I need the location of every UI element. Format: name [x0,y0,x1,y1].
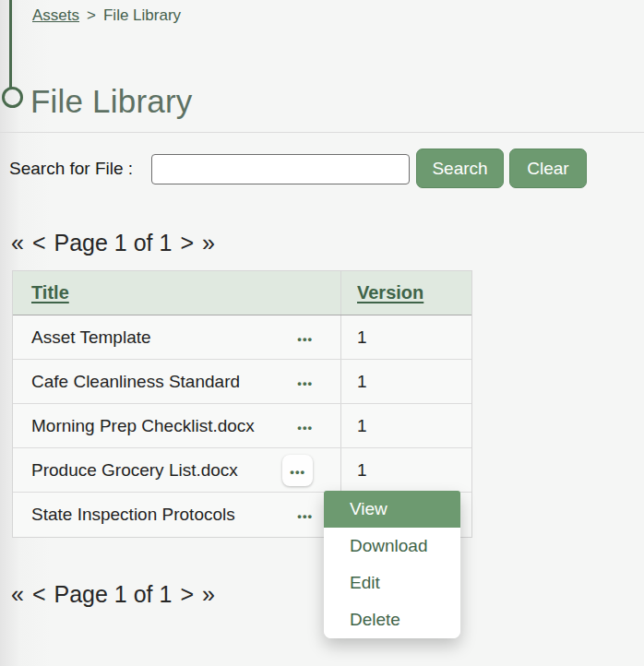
row-menu-icon: ••• [297,509,313,523]
file-title: Morning Prep Checklist.docx [31,416,255,436]
row-menu-icon: ••• [297,421,313,434]
file-library-page: Assets > File Library File Library Searc… [0,0,644,666]
clear-button[interactable]: Clear [509,149,587,188]
pagination-top: « < Page 1 of 1 > » [11,230,215,256]
search-button[interactable]: Search [416,149,504,188]
table-row: Morning Prep Checklist.docx ••• 1 [13,404,471,448]
context-menu-item-delete[interactable]: Delete [324,601,460,638]
breadcrumb-separator: > [87,6,96,25]
version-cell: 1 [341,404,471,447]
table-row: Produce Grocery List.docx ••• 1 [13,448,471,493]
file-title: Produce Grocery List.docx [31,460,238,481]
file-title: Asset Template [31,327,151,348]
file-title-cell: Asset Template ••• [13,315,341,359]
table-row: Cafe Cleanliness Standard ••• 1 [13,360,471,404]
context-menu: View Download Edit Delete [324,491,460,638]
row-menu-button-open[interactable]: ••• [282,455,313,486]
file-title: Cafe Cleanliness Standard [31,372,240,392]
row-menu-icon: ••• [297,332,313,346]
column-header-version[interactable]: Version [341,271,471,315]
context-menu-item-edit[interactable]: Edit [324,565,460,601]
pagination-next-button[interactable]: > [180,230,194,256]
pagination-label: Page 1 of 1 [54,581,173,608]
breadcrumb-link-assets[interactable]: Assets [32,6,79,25]
page-title: File Library [30,83,193,120]
column-header-title[interactable]: Title [13,271,341,315]
version-cell: 1 [341,448,471,492]
file-title-cell: Cafe Cleanliness Standard ••• [13,360,341,403]
row-menu-icon: ••• [290,465,305,479]
context-menu-item-view[interactable]: View [324,491,460,528]
file-title-cell: Morning Prep Checklist.docx ••• [13,404,341,447]
context-menu-item-download[interactable]: Download [324,528,460,565]
version-cell: 1 [341,360,471,403]
table-header-row: Title Version [13,271,471,315]
row-menu-button[interactable]: ••• [297,327,313,348]
timeline-line [9,0,12,88]
pagination-first-button[interactable]: « [11,230,24,256]
pagination-last-button[interactable]: » [202,581,215,608]
pagination-prev-button[interactable]: < [32,230,46,256]
file-title-cell: State Inspection Protocols ••• [13,493,341,537]
header-divider [0,132,644,133]
file-title: State Inspection Protocols [31,505,235,525]
pagination-next-button[interactable]: > [180,581,194,608]
row-menu-icon: ••• [297,376,313,390]
row-menu-button[interactable]: ••• [297,505,313,525]
search-label: Search for File : [9,159,133,179]
table-row: Asset Template ••• 1 [13,315,471,360]
pagination-bottom: « < Page 1 of 1 > » [11,581,215,608]
pagination-prev-button[interactable]: < [32,581,46,608]
file-title-cell: Produce Grocery List.docx ••• [13,448,341,492]
breadcrumb-current: File Library [103,6,181,25]
pagination-last-button[interactable]: » [202,230,215,256]
breadcrumb: Assets > File Library [32,6,181,25]
row-menu-button[interactable]: ••• [297,372,313,392]
pagination-label: Page 1 of 1 [54,230,173,256]
row-menu-button[interactable]: ••• [297,416,313,436]
pagination-first-button[interactable]: « [11,581,24,608]
timeline-circle [2,87,23,108]
version-cell: 1 [341,315,471,359]
search-input[interactable] [151,154,410,184]
